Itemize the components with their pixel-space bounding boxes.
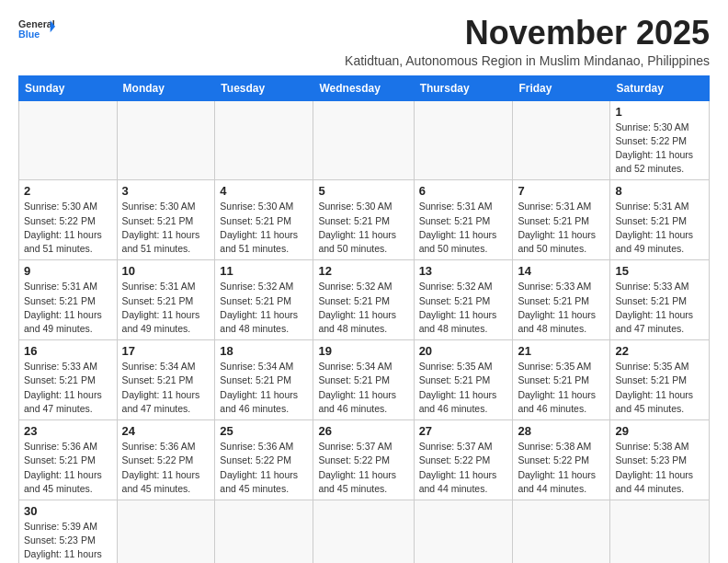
day-info: Sunrise: 5:30 AM Sunset: 5:21 PM Dayligh… <box>220 200 308 256</box>
day-info: Sunrise: 5:31 AM Sunset: 5:21 PM Dayligh… <box>518 200 605 256</box>
calendar-cell: 15Sunrise: 5:33 AM Sunset: 5:21 PM Dayli… <box>610 260 710 340</box>
weekday-header-wednesday: Wednesday <box>313 75 414 100</box>
day-info: Sunrise: 5:36 AM Sunset: 5:22 PM Dayligh… <box>122 440 210 496</box>
calendar-cell <box>117 100 215 180</box>
calendar-cell: 3Sunrise: 5:30 AM Sunset: 5:21 PM Daylig… <box>117 180 215 260</box>
title-area: November 2025 Katidtuan, Autonomous Regi… <box>345 15 710 68</box>
calendar-cell <box>414 100 513 180</box>
calendar-cell: 1Sunrise: 5:30 AM Sunset: 5:22 PM Daylig… <box>610 100 710 180</box>
calendar-cell: 27Sunrise: 5:37 AM Sunset: 5:22 PM Dayli… <box>414 420 513 500</box>
day-number: 19 <box>318 344 408 358</box>
calendar-cell <box>313 100 414 180</box>
calendar-cell: 5Sunrise: 5:30 AM Sunset: 5:21 PM Daylig… <box>313 180 414 260</box>
day-number: 17 <box>122 344 210 358</box>
svg-text:Blue: Blue <box>18 29 40 40</box>
weekday-header-row: SundayMondayTuesdayWednesdayThursdayFrid… <box>19 75 710 100</box>
day-number: 15 <box>615 264 704 278</box>
calendar-cell: 20Sunrise: 5:35 AM Sunset: 5:21 PM Dayli… <box>414 340 513 420</box>
weekday-header-sunday: Sunday <box>19 75 118 100</box>
day-info: Sunrise: 5:35 AM Sunset: 5:21 PM Dayligh… <box>615 360 704 416</box>
header-area: General Blue November 2025 Katidtuan, Au… <box>18 15 710 68</box>
day-number: 29 <box>615 424 704 438</box>
weekday-header-friday: Friday <box>513 75 610 100</box>
day-info: Sunrise: 5:33 AM Sunset: 5:21 PM Dayligh… <box>615 280 704 336</box>
day-info: Sunrise: 5:35 AM Sunset: 5:21 PM Dayligh… <box>419 360 508 416</box>
day-info: Sunrise: 5:37 AM Sunset: 5:22 PM Dayligh… <box>419 440 508 496</box>
day-info: Sunrise: 5:31 AM Sunset: 5:21 PM Dayligh… <box>122 280 210 336</box>
day-number: 13 <box>419 264 508 278</box>
day-number: 8 <box>615 184 704 198</box>
day-number: 25 <box>220 424 308 438</box>
day-number: 14 <box>518 264 605 278</box>
calendar-cell: 22Sunrise: 5:35 AM Sunset: 5:21 PM Dayli… <box>610 340 710 420</box>
calendar-cell: 13Sunrise: 5:32 AM Sunset: 5:21 PM Dayli… <box>414 260 513 340</box>
day-number: 6 <box>419 184 508 198</box>
day-info: Sunrise: 5:32 AM Sunset: 5:21 PM Dayligh… <box>220 280 308 336</box>
calendar-cell: 8Sunrise: 5:31 AM Sunset: 5:21 PM Daylig… <box>610 180 710 260</box>
day-info: Sunrise: 5:30 AM Sunset: 5:22 PM Dayligh… <box>615 121 704 177</box>
weekday-header-saturday: Saturday <box>610 75 710 100</box>
weekday-header-monday: Monday <box>117 75 215 100</box>
calendar-cell: 6Sunrise: 5:31 AM Sunset: 5:21 PM Daylig… <box>414 180 513 260</box>
calendar-cell: 7Sunrise: 5:31 AM Sunset: 5:21 PM Daylig… <box>513 180 610 260</box>
calendar-cell: 26Sunrise: 5:37 AM Sunset: 5:22 PM Dayli… <box>313 420 414 500</box>
day-info: Sunrise: 5:31 AM Sunset: 5:21 PM Dayligh… <box>24 280 112 336</box>
day-info: Sunrise: 5:38 AM Sunset: 5:23 PM Dayligh… <box>615 440 704 496</box>
calendar-cell: 16Sunrise: 5:33 AM Sunset: 5:21 PM Dayli… <box>19 340 118 420</box>
day-number: 27 <box>419 424 508 438</box>
day-number: 30 <box>24 504 112 518</box>
day-info: Sunrise: 5:39 AM Sunset: 5:23 PM Dayligh… <box>24 520 112 563</box>
day-number: 12 <box>318 264 408 278</box>
calendar-cell: 21Sunrise: 5:35 AM Sunset: 5:21 PM Dayli… <box>513 340 610 420</box>
day-number: 7 <box>518 184 605 198</box>
calendar-cell: 25Sunrise: 5:36 AM Sunset: 5:22 PM Dayli… <box>215 420 313 500</box>
calendar-cell: 18Sunrise: 5:34 AM Sunset: 5:21 PM Dayli… <box>215 340 313 420</box>
day-info: Sunrise: 5:31 AM Sunset: 5:21 PM Dayligh… <box>615 200 704 256</box>
day-number: 24 <box>122 424 210 438</box>
day-info: Sunrise: 5:34 AM Sunset: 5:21 PM Dayligh… <box>318 360 408 416</box>
day-info: Sunrise: 5:37 AM Sunset: 5:22 PM Dayligh… <box>318 440 408 496</box>
calendar-cell <box>513 100 610 180</box>
generalblue-logo-icon: General Blue <box>18 15 55 40</box>
day-info: Sunrise: 5:30 AM Sunset: 5:21 PM Dayligh… <box>122 200 210 256</box>
calendar-cell: 29Sunrise: 5:38 AM Sunset: 5:23 PM Dayli… <box>610 420 710 500</box>
day-number: 21 <box>518 344 605 358</box>
day-info: Sunrise: 5:38 AM Sunset: 5:22 PM Dayligh… <box>518 440 605 496</box>
calendar-cell: 23Sunrise: 5:36 AM Sunset: 5:21 PM Dayli… <box>19 420 118 500</box>
calendar-cell: 19Sunrise: 5:34 AM Sunset: 5:21 PM Dayli… <box>313 340 414 420</box>
calendar-table: SundayMondayTuesdayWednesdayThursdayFrid… <box>18 75 710 563</box>
day-number: 22 <box>615 344 704 358</box>
calendar-cell <box>117 500 215 563</box>
calendar-cell <box>215 500 313 563</box>
day-number: 4 <box>220 184 308 198</box>
calendar-week-6: 30Sunrise: 5:39 AM Sunset: 5:23 PM Dayli… <box>19 500 710 563</box>
calendar-cell: 30Sunrise: 5:39 AM Sunset: 5:23 PM Dayli… <box>19 500 118 563</box>
calendar-cell: 10Sunrise: 5:31 AM Sunset: 5:21 PM Dayli… <box>117 260 215 340</box>
day-info: Sunrise: 5:36 AM Sunset: 5:22 PM Dayligh… <box>220 440 308 496</box>
day-info: Sunrise: 5:36 AM Sunset: 5:21 PM Dayligh… <box>24 440 112 496</box>
day-info: Sunrise: 5:34 AM Sunset: 5:21 PM Dayligh… <box>220 360 308 416</box>
day-number: 16 <box>24 344 112 358</box>
calendar-cell: 11Sunrise: 5:32 AM Sunset: 5:21 PM Dayli… <box>215 260 313 340</box>
day-number: 2 <box>24 184 112 198</box>
logo-area: General Blue <box>18 15 55 42</box>
calendar-cell: 28Sunrise: 5:38 AM Sunset: 5:22 PM Dayli… <box>513 420 610 500</box>
calendar-cell: 2Sunrise: 5:30 AM Sunset: 5:22 PM Daylig… <box>19 180 118 260</box>
calendar-cell: 24Sunrise: 5:36 AM Sunset: 5:22 PM Dayli… <box>117 420 215 500</box>
day-number: 10 <box>122 264 210 278</box>
day-info: Sunrise: 5:30 AM Sunset: 5:22 PM Dayligh… <box>24 200 112 256</box>
calendar-week-3: 9Sunrise: 5:31 AM Sunset: 5:21 PM Daylig… <box>19 260 710 340</box>
day-number: 18 <box>220 344 308 358</box>
day-number: 20 <box>419 344 508 358</box>
day-number: 23 <box>24 424 112 438</box>
calendar-cell: 9Sunrise: 5:31 AM Sunset: 5:21 PM Daylig… <box>19 260 118 340</box>
month-title: November 2025 <box>345 15 710 52</box>
day-info: Sunrise: 5:32 AM Sunset: 5:21 PM Dayligh… <box>419 280 508 336</box>
location-subtitle: Katidtuan, Autonomous Region in Muslim M… <box>345 53 710 68</box>
calendar-body: 1Sunrise: 5:30 AM Sunset: 5:22 PM Daylig… <box>19 100 710 563</box>
day-info: Sunrise: 5:30 AM Sunset: 5:21 PM Dayligh… <box>318 200 408 256</box>
day-number: 9 <box>24 264 112 278</box>
calendar-week-5: 23Sunrise: 5:36 AM Sunset: 5:21 PM Dayli… <box>19 420 710 500</box>
calendar-week-4: 16Sunrise: 5:33 AM Sunset: 5:21 PM Dayli… <box>19 340 710 420</box>
weekday-header-thursday: Thursday <box>414 75 513 100</box>
